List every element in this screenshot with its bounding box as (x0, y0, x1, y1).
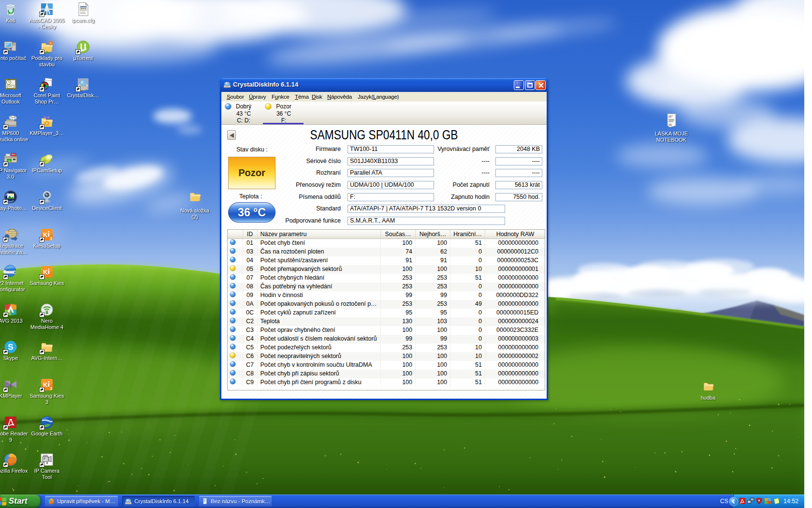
svg-text:3: 3 (50, 386, 52, 391)
svg-text:3: 3 (50, 236, 52, 241)
svg-text:S: S (8, 343, 13, 352)
svg-text:?: ? (14, 117, 16, 120)
